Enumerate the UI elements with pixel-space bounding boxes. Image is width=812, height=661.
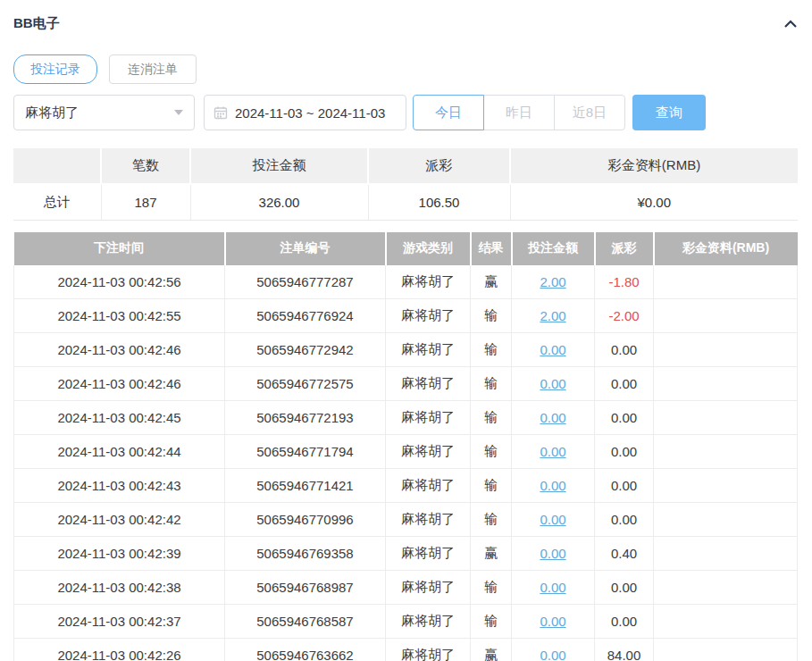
bonus-data-cell [654,435,798,469]
bonus-data-cell [654,469,798,503]
record-row: 2024-11-03 00:42:395065946769358麻将胡了赢0.0… [14,537,798,571]
panel-header: BB电子 [13,0,799,32]
game-type-cell: 麻将胡了 [386,503,471,537]
payout-cell: 0.40 [595,537,654,571]
bet-amount-cell: 2.00 [512,265,595,299]
game-select[interactable]: 麻将胡了 [13,95,195,130]
records-header-result: 结果 [471,232,512,265]
record-row: 2024-11-03 00:42:265065946763662麻将胡了赢0.0… [14,639,798,661]
tab-cancelled-orders[interactable]: 连消注单 [109,54,197,84]
summary-total-count: 187 [101,184,190,220]
summary-table: 笔数 投注金额 派彩 彩金资料(RMB) 总计 187 326.00 106.5… [13,148,798,221]
bet-amount-link[interactable]: 2.00 [540,274,565,289]
game-type-cell: 麻将胡了 [386,469,471,503]
today-button[interactable]: 今日 [413,95,484,130]
caret-down-icon [174,110,183,115]
summary-header-row: 笔数 投注金额 派彩 彩金资料(RMB) [13,148,798,184]
summary-header-count: 笔数 [101,148,190,184]
bet-amount-cell: 0.00 [512,605,595,639]
payout-cell: 0.00 [595,435,654,469]
bet-amount-link[interactable]: 0.00 [540,376,565,391]
game-type-cell: 麻将胡了 [386,571,471,605]
bet-amount-link[interactable]: 0.00 [540,410,565,425]
result-cell: 输 [471,333,512,367]
result-cell: 输 [471,571,512,605]
yesterday-button[interactable]: 昨日 [483,95,555,130]
bet-time-cell: 2024-11-03 00:42:38 [14,571,225,605]
payout-cell: -2.00 [595,299,654,333]
game-type-cell: 麻将胡了 [386,537,471,571]
order-id-cell: 5065946768587 [225,605,386,639]
query-button[interactable]: 查询 [632,95,706,130]
bet-time-cell: 2024-11-03 00:42:26 [14,639,225,661]
bet-amount-link[interactable]: 0.00 [540,342,565,357]
bet-amount-link[interactable]: 0.00 [540,512,565,527]
bet-time-cell: 2024-11-03 00:42:42 [14,503,225,537]
records-header-order-id: 注单编号 [225,232,386,265]
game-type-cell: 麻将胡了 [386,265,471,299]
payout-cell: 0.00 [595,401,654,435]
payout-cell: 0.00 [595,503,654,537]
bet-amount-link[interactable]: 0.00 [540,478,565,493]
bet-time-cell: 2024-11-03 00:42:45 [14,401,225,435]
chevron-up-icon [783,18,799,33]
order-id-cell: 5065946772575 [225,367,386,401]
record-row: 2024-11-03 00:42:465065946772942麻将胡了输0.0… [14,333,798,367]
bet-amount-link[interactable]: 0.00 [540,614,565,629]
quick-date-buttons: 今日 昨日 近8日 [413,95,625,130]
bonus-data-cell [654,333,798,367]
summary-header-empty [13,148,101,184]
records-header-time: 下注时间 [14,232,225,265]
record-row: 2024-11-03 00:42:555065946776924麻将胡了输2.0… [14,299,798,333]
collapse-panel-button[interactable] [783,18,799,30]
tab-bet-records-label: 投注记录 [30,62,80,78]
bonus-data-cell [654,265,798,299]
summary-header-payout: 派彩 [368,148,510,184]
order-id-cell: 5065946771794 [225,435,386,469]
order-id-cell: 5065946772942 [225,333,386,367]
record-row: 2024-11-03 00:42:385065946768987麻将胡了输0.0… [14,571,798,605]
bet-amount-cell: 2.00 [512,299,595,333]
filter-bar: 麻将胡了 2024-11-03 ~ 2024-11-03 今 [13,95,799,130]
records-header-payout: 派彩 [595,232,654,265]
order-id-cell: 5065946771421 [225,469,386,503]
order-id-cell: 5065946777287 [225,265,386,299]
bet-amount-cell: 0.00 [512,537,595,571]
record-row: 2024-11-03 00:42:465065946772575麻将胡了输0.0… [14,367,798,401]
order-id-cell: 5065946769358 [225,537,386,571]
game-type-cell: 麻将胡了 [386,333,471,367]
bet-amount-cell: 0.00 [512,401,595,435]
bet-time-cell: 2024-11-03 00:42:37 [14,605,225,639]
bet-amount-link[interactable]: 2.00 [540,308,565,323]
summary-header-bonus: 彩金资料(RMB) [510,148,798,184]
calendar-icon [213,105,228,120]
result-cell: 输 [471,435,512,469]
bet-time-cell: 2024-11-03 00:42:39 [14,537,225,571]
last-8-days-button[interactable]: 近8日 [554,95,625,130]
bet-amount-link[interactable]: 0.00 [540,444,565,459]
bet-amount-link[interactable]: 0.00 [540,580,565,595]
payout-cell: 0.00 [595,605,654,639]
bet-amount-cell: 0.00 [512,367,595,401]
order-id-cell: 5065946770996 [225,503,386,537]
bet-amount-cell: 0.00 [512,503,595,537]
bet-amount-link[interactable]: 0.00 [540,648,565,661]
bet-time-cell: 2024-11-03 00:42:43 [14,469,225,503]
bonus-data-cell [654,639,798,661]
result-cell: 输 [471,401,512,435]
game-type-cell: 麻将胡了 [386,435,471,469]
bonus-data-cell [654,537,798,571]
bonus-data-cell [654,367,798,401]
record-row: 2024-11-03 00:42:425065946770996麻将胡了输0.0… [14,503,798,537]
tab-bet-records[interactable]: 投注记录 [13,54,97,84]
records-header-game: 游戏类别 [386,232,471,265]
summary-header-bet-amount: 投注金额 [190,148,368,184]
bet-amount-cell: 0.00 [512,571,595,605]
bet-amount-link[interactable]: 0.00 [540,546,565,561]
date-range-picker[interactable]: 2024-11-03 ~ 2024-11-03 [204,95,406,130]
record-row: 2024-11-03 00:42:375065946768587麻将胡了输0.0… [14,605,798,639]
order-id-cell: 5065946772193 [225,401,386,435]
summary-total-label: 总计 [13,184,101,220]
bonus-data-cell [654,605,798,639]
bonus-data-cell [654,299,798,333]
